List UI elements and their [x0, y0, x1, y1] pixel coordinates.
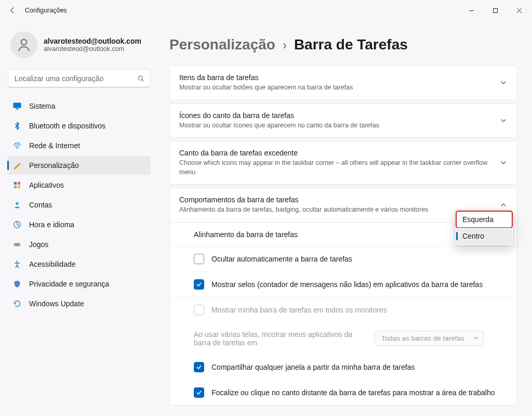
- breadcrumb-parent[interactable]: Personalização: [169, 36, 275, 53]
- sidebar-item-personalization[interactable]: Personalização: [7, 156, 151, 175]
- row-share-any-window: Compartilhar qualquer janela a partir da…: [170, 354, 517, 380]
- sidebar-item-label: Jogos: [29, 240, 48, 249]
- svg-point-14: [18, 244, 19, 245]
- profile-name: alvarotesteod@outlook.com: [44, 37, 141, 45]
- gamepad-icon: [12, 240, 22, 249]
- avatar: [10, 31, 37, 58]
- sidebar-item-label: Aplicativos: [29, 181, 64, 189]
- svg-rect-4: [16, 109, 19, 110]
- sidebar-item-gaming[interactable]: Jogos: [7, 235, 151, 254]
- card-subtitle: Choose which icons may appear in the tas…: [179, 159, 493, 177]
- sidebar-item-label: Rede & Internet: [29, 141, 80, 150]
- row-label: Mostrar minha barra de tarefas em todos …: [211, 306, 508, 314]
- chevron-right-icon: ›: [283, 38, 287, 53]
- bluetooth-icon: [12, 121, 22, 131]
- row-label: Mostrar selos (contador de mensagens não…: [211, 280, 508, 289]
- sidebar-item-update[interactable]: Windows Update: [7, 294, 151, 313]
- chevron-down-icon: [499, 116, 508, 125]
- card-taskbar-items[interactable]: Itens da barra de tarefas Mostrar ou ocu…: [169, 66, 517, 100]
- svg-point-15: [16, 261, 18, 263]
- svg-rect-3: [14, 103, 21, 108]
- alignment-dropdown[interactable]: Esquerda Centro: [455, 210, 513, 245]
- sidebar-item-label: Bluetooth e dispositivos: [29, 122, 105, 130]
- search-input[interactable]: [8, 70, 150, 87]
- window-title: Configurações: [25, 7, 67, 14]
- sidebar-item-apps[interactable]: Aplicativos: [7, 176, 151, 194]
- select-value: Todas as barras de tarefas: [381, 334, 464, 342]
- svg-rect-6: [14, 182, 17, 185]
- row-label: Ao usar várias telas, mostrar meus aplic…: [194, 330, 365, 347]
- card-subtitle: Alinhamento da barra de tarefas, badging…: [179, 205, 493, 215]
- sidebar-item-network[interactable]: Rede & Internet: [7, 136, 151, 155]
- row-all-monitors: Mostrar minha barra de tarefas em todos …: [170, 297, 517, 322]
- back-button[interactable]: [7, 5, 18, 16]
- sidebar-item-accessibility[interactable]: Acessibilidade: [7, 255, 151, 274]
- update-icon: [12, 299, 22, 308]
- sidebar-item-label: Sistema: [29, 102, 56, 110]
- checkbox-badges[interactable]: [194, 279, 204, 290]
- card-subtitle: Mostrar ou ocultar botões que aparecem n…: [179, 83, 493, 93]
- chevron-up-icon: [499, 201, 508, 209]
- row-label: Ocultar automaticamente a barra de taref…: [211, 255, 508, 263]
- shield-icon: [12, 279, 22, 289]
- sidebar-item-accounts[interactable]: Contas: [7, 196, 151, 214]
- chevron-down-icon: [473, 334, 479, 342]
- svg-rect-12: [14, 243, 20, 246]
- svg-point-1: [21, 40, 27, 45]
- person-icon: [12, 200, 22, 210]
- sidebar-item-label: Hora e idioma: [29, 220, 74, 229]
- monitor-icon: [12, 101, 22, 111]
- sidebar-item-label: Acessibilidade: [29, 260, 76, 268]
- accessibility-icon: [12, 259, 22, 269]
- row-label: Focalize ou clique no canto distante da …: [211, 388, 508, 397]
- apps-icon: [12, 180, 22, 190]
- maximize-button[interactable]: [483, 3, 507, 18]
- paintbrush-icon: [12, 161, 22, 170]
- dropdown-option-left[interactable]: Esquerda: [456, 211, 512, 228]
- svg-rect-8: [14, 186, 17, 188]
- card-title: Itens da barra de tarefas: [179, 73, 493, 82]
- row-multi-display: Ao usar várias telas, mostrar meus aplic…: [170, 322, 517, 354]
- card-title: Ícones do canto da barra de tarefas: [179, 111, 493, 120]
- sidebar-item-label: Windows Update: [29, 300, 84, 308]
- dropdown-option-label: Centro: [462, 232, 484, 240]
- dropdown-option-center[interactable]: Centro: [456, 228, 512, 244]
- profile-email: alvarotesteod@outlook.com: [44, 45, 141, 53]
- search-icon[interactable]: [136, 74, 145, 83]
- checkbox-share-window[interactable]: [194, 362, 204, 372]
- card-overflow[interactable]: Canto da barra de tarefas excedente Choo…: [169, 141, 517, 185]
- sidebar-item-privacy[interactable]: Privacidade e segurança: [7, 275, 151, 293]
- checkbox-all-monitors: [194, 305, 204, 315]
- sidebar-item-label: Privacidade e segurança: [29, 280, 109, 288]
- dropdown-option-label: Esquerda: [462, 215, 494, 224]
- row-badges: Mostrar selos (contador de mensagens não…: [170, 271, 517, 297]
- row-desktop-peek: Focalize ou clique no canto distante da …: [170, 380, 517, 405]
- sidebar-item-system[interactable]: Sistema: [7, 97, 151, 115]
- card-corner-icons[interactable]: Ícones do canto da barra de tarefas Most…: [169, 103, 517, 138]
- globe-clock-icon: [12, 220, 22, 229]
- checkbox-auto-hide[interactable]: [194, 254, 204, 264]
- card-title: Comportamentos da barra de tarefas: [179, 196, 493, 204]
- select-multi-display: Todas as barras de tarefas: [375, 331, 484, 346]
- checkbox-desktop-peek[interactable]: [194, 387, 204, 398]
- close-button[interactable]: [507, 3, 531, 18]
- card-title: Canto da barra de tarefas excedente: [179, 149, 493, 157]
- svg-point-13: [15, 244, 16, 245]
- page-title: Barra de Tarefas: [294, 36, 408, 53]
- svg-rect-9: [18, 186, 20, 188]
- wifi-icon: [12, 141, 22, 150]
- svg-point-10: [16, 202, 19, 205]
- chevron-down-icon: [499, 159, 508, 167]
- svg-rect-7: [18, 182, 20, 185]
- card-subtitle: Mostrar ou ocultar ícones que aparecem n…: [179, 121, 493, 131]
- chevron-down-icon: [499, 79, 508, 87]
- minimize-button[interactable]: [459, 3, 483, 18]
- sidebar-item-label: Contas: [29, 201, 52, 209]
- sidebar-item-label: Personalização: [29, 161, 79, 170]
- breadcrumb: Personalização › Barra de Tarefas: [169, 36, 517, 53]
- row-auto-hide: Ocultar automaticamente a barra de taref…: [170, 246, 517, 271]
- sidebar-item-bluetooth[interactable]: Bluetooth e dispositivos: [7, 116, 151, 135]
- sidebar-item-time-language[interactable]: Hora e idioma: [7, 215, 151, 234]
- svg-rect-0: [493, 8, 497, 12]
- svg-point-5: [17, 148, 18, 149]
